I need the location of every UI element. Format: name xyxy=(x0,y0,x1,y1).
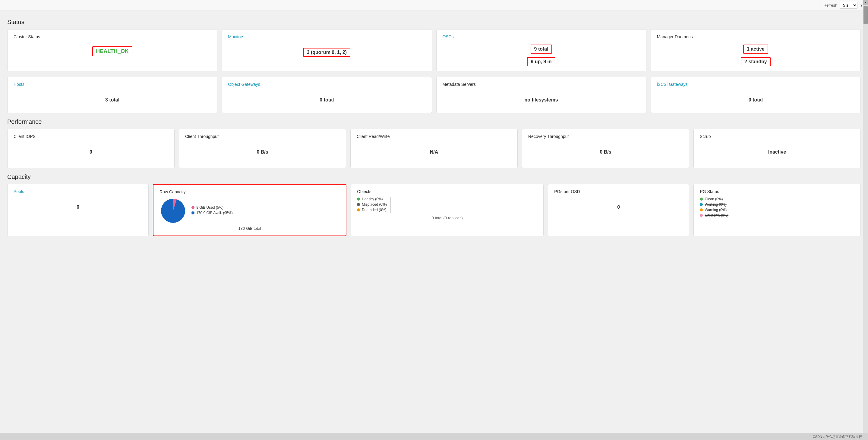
performance-section-title: Performance xyxy=(7,119,861,125)
raw-total: 180 GiB total xyxy=(159,226,340,231)
cluster-status-card: Cluster Status HEALTH_OK xyxy=(7,29,217,71)
object-gateways-card: Object Gateways 0 total xyxy=(222,77,432,113)
hosts-title[interactable]: Hosts xyxy=(13,82,211,87)
pg-unknown-dot xyxy=(700,214,703,217)
scrub-card: Scrub Inactive xyxy=(693,129,861,168)
iscsi-gateways-title[interactable]: iSCSI Gateways xyxy=(657,82,855,87)
cluster-status-value: HEALTH_OK xyxy=(92,46,132,56)
dropdown-arrow-icon: ▼ xyxy=(860,4,863,7)
pg-clean-dot xyxy=(700,198,703,201)
client-readwrite-card: Client Read/Write N/A xyxy=(350,129,518,168)
avail-legend-item: 170.9 GiB Avail. (95%) xyxy=(191,211,233,215)
raw-capacity-legend: 9 GiB Used (5%) 170.9 GiB Avail. (95%) xyxy=(191,205,233,216)
metadata-servers-value: no filesystems xyxy=(525,97,558,103)
capacity-section-title: Capacity xyxy=(7,173,861,180)
avail-label: 170.9 GiB Avail. (95%) xyxy=(196,211,233,215)
scrub-value: Inactive xyxy=(768,149,786,155)
scrollbar[interactable]: ▲ ▼ xyxy=(863,0,868,247)
objects-divider xyxy=(391,197,391,213)
scrub-title: Scrub xyxy=(700,134,855,139)
iscsi-gateways-card: iSCSI Gateways 0 total xyxy=(651,77,861,113)
degraded-item: Degraded (0%) xyxy=(357,208,387,212)
refresh-select[interactable]: 5 s 1 s 3 s 10 s 30 s xyxy=(840,2,858,9)
degraded-label: Degraded (0%) xyxy=(362,208,386,212)
metadata-servers-title: Metadata Servers xyxy=(443,82,640,87)
osds-title[interactable]: OSDs xyxy=(443,34,640,39)
monitors-value: 3 (quorum 0, 1, 2) xyxy=(303,48,350,57)
client-readwrite-center: N/A xyxy=(356,142,512,160)
pg-warning-item: Warning (0%) xyxy=(700,208,855,212)
iscsi-gateways-center: 0 total xyxy=(657,90,855,108)
manager-daemons-title: Manager Daemons xyxy=(657,34,855,39)
pgs-per-osd-center: 0 xyxy=(554,197,683,215)
refresh-label: Refresh xyxy=(824,3,838,7)
iscsi-gateways-value: 0 total xyxy=(749,97,763,103)
object-gateways-center: 0 total xyxy=(228,90,425,108)
osds-values: 9 total 9 up, 9 in xyxy=(527,42,555,66)
pg-warning-dot xyxy=(700,208,703,211)
raw-capacity-card: Raw Capacity 9 GiB U xyxy=(153,184,346,236)
client-throughput-center: 0 B/s xyxy=(185,142,340,160)
healthy-item: Healthy (0%) xyxy=(357,197,387,201)
osds-total: 9 total xyxy=(531,44,552,54)
objects-content: Healthy (0%) Misplaced (0%) Degraded (0%… xyxy=(357,197,537,213)
monitors-title[interactable]: Monitors xyxy=(228,34,425,39)
main-content: Status Cluster Status HEALTH_OK Monitors… xyxy=(0,11,868,247)
pg-status-legend: Clean (0%) Working (0%) Warning (0%) Unk… xyxy=(700,197,855,217)
manager-daemons-values: 1 active 2 standby xyxy=(741,42,771,66)
healthy-dot xyxy=(357,198,360,201)
pg-unknown-item: Unknown (0%) xyxy=(700,213,855,217)
metadata-servers-card: Metadata Servers no filesystems xyxy=(436,77,646,113)
misplaced-label: Misplaced (0%) xyxy=(362,202,387,207)
recovery-throughput-value: 0 B/s xyxy=(600,149,611,155)
scroll-up-button[interactable]: ▲ xyxy=(863,0,868,5)
used-legend-item: 9 GiB Used (5%) xyxy=(191,205,233,210)
avail-dot xyxy=(191,211,194,214)
objects-total: 0 total (0 replicas) xyxy=(357,216,537,220)
objects-card: Objects Healthy (0%) Misplaced (0%) Degr… xyxy=(351,184,544,236)
pg-unknown-label: Unknown (0%) xyxy=(705,213,728,217)
pg-working-dot xyxy=(700,203,703,206)
pg-working-item: Working (0%) xyxy=(700,202,855,207)
status-row-2: Hosts 3 total Object Gateways 0 total Me… xyxy=(7,77,861,113)
scrub-center: Inactive xyxy=(700,142,855,160)
status-section-title: Status xyxy=(7,19,861,26)
pg-working-label: Working (0%) xyxy=(705,202,726,207)
object-gateways-value: 0 total xyxy=(319,97,334,103)
pg-status-card: PG Status Clean (0%) Working (0%) Warnin… xyxy=(693,184,861,236)
pools-title[interactable]: Pools xyxy=(13,189,142,194)
misplaced-dot xyxy=(357,203,360,206)
osds-card: OSDs 9 total 9 up, 9 in xyxy=(436,29,646,71)
top-bar: Refresh 5 s 1 s 3 s 10 s 30 s ▼ xyxy=(0,0,868,11)
pools-center: 0 xyxy=(13,197,142,215)
misplaced-item: Misplaced (0%) xyxy=(357,202,387,207)
client-throughput-title: Client Throughput xyxy=(185,134,340,139)
used-dot xyxy=(191,206,194,209)
scroll-thumb[interactable] xyxy=(864,6,868,24)
manager-daemons-center: 1 active 2 standby xyxy=(657,42,855,66)
osds-updown: 9 up, 9 in xyxy=(527,57,555,66)
client-throughput-value: 0 B/s xyxy=(256,149,268,155)
client-readwrite-title: Client Read/Write xyxy=(356,134,512,139)
pg-clean-item: Clean (0%) xyxy=(700,197,855,201)
raw-capacity-chart: 9 GiB Used (5%) 170.9 GiB Avail. (95%) xyxy=(159,197,340,224)
client-iops-value: 0 xyxy=(90,149,92,155)
hosts-value: 3 total xyxy=(105,97,119,103)
hosts-center: 3 total xyxy=(13,90,211,108)
monitors-center: 3 (quorum 0, 1, 2) xyxy=(228,42,425,60)
client-iops-center: 0 xyxy=(13,142,168,160)
objects-title: Objects xyxy=(357,189,537,194)
pools-card: Pools 0 xyxy=(7,184,149,236)
monitors-card: Monitors 3 (quorum 0, 1, 2) xyxy=(222,29,432,71)
manager-daemons-card: Manager Daemons 1 active 2 standby xyxy=(651,29,861,71)
recovery-throughput-center: 0 B/s xyxy=(528,142,683,160)
status-row-1: Cluster Status HEALTH_OK Monitors 3 (quo… xyxy=(7,29,861,71)
osds-center: 9 total 9 up, 9 in xyxy=(443,42,640,66)
pg-warning-label: Warning (0%) xyxy=(705,208,726,212)
cluster-status-center: HEALTH_OK xyxy=(13,42,211,60)
objects-legend: Healthy (0%) Misplaced (0%) Degraded (0%… xyxy=(357,197,387,213)
pgs-per-osd-title: PGs per OSD xyxy=(554,189,683,194)
object-gateways-title[interactable]: Object Gateways xyxy=(228,82,425,87)
degraded-dot xyxy=(357,208,360,211)
pg-clean-label: Clean (0%) xyxy=(705,197,723,201)
